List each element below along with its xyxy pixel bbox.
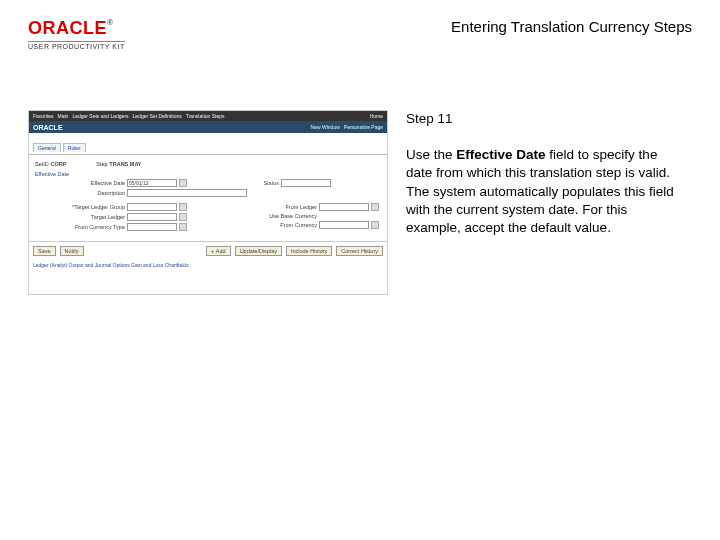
ss-brandbar: ORACLE New Window Personalize Page [29,121,387,133]
section-header: Effective Date [35,171,381,177]
app-screenshot: Favorites Main Ledger Sets and Ledgers L… [28,110,388,295]
from-ledger-input[interactable] [319,203,369,211]
setid-value: CORP [50,161,66,167]
ss-footer-links[interactable]: Ledger (Analyt) Output and Journal Optio… [29,260,387,270]
calendar-icon[interactable] [179,179,187,187]
target-group-label: *Target Ledger Group [55,204,125,210]
eff-date-label: Effective Date [55,180,125,186]
step-value: TRANS MAY [109,161,141,167]
lookup-icon[interactable] [179,203,187,211]
tab-rules[interactable]: Rules [63,143,86,152]
target-group-input[interactable] [127,203,177,211]
save-button[interactable]: Save [33,246,56,256]
lookup-icon[interactable] [371,221,379,229]
step-label: Step 11 [406,110,682,128]
instruction-bold: Effective Date [456,147,545,162]
home-link[interactable]: Home [370,113,383,119]
plus-icon: + [211,248,214,254]
nav-main[interactable]: Main [58,113,69,119]
nav-ledger-defs[interactable]: Ledger Set Definitions [133,113,182,119]
upk-label: USER PRODUCTIVITY KIT [28,41,125,50]
correct-history-button[interactable]: Correct History [336,246,383,256]
base-curr-label: Use Base Currency [247,213,317,219]
notify-button[interactable]: Notify [60,246,84,256]
from-curr-type-input[interactable] [127,223,177,231]
step-label: Step [96,161,107,167]
from-ledger-label: From Ledger [247,204,317,210]
eff-date-input[interactable]: 05/01/12 [127,179,177,187]
lookup-icon[interactable] [371,203,379,211]
personalize-link[interactable]: Personalize Page [344,124,383,130]
ss-topbar: Favorites Main Ledger Sets and Ledgers L… [29,111,387,121]
setid-label: SetID [35,161,49,167]
ss-oracle-brand: ORACLE [33,124,63,131]
ss-tabs: General Rules [29,141,387,155]
update-button[interactable]: Update/Display [235,246,282,256]
tab-general[interactable]: General [33,143,61,152]
trademark: ® [107,18,113,27]
nav-favorites[interactable]: Favorites [33,113,54,119]
page-title: Entering Translation Currency Steps [451,18,692,35]
desc-label: Description [55,190,125,196]
oracle-logo: ORACLE [28,18,107,38]
new-window-link[interactable]: New Window [311,124,340,130]
from-curr-type-label: From Currency Type [55,224,125,230]
lookup-icon[interactable] [179,223,187,231]
from-curr-label: From Currency [247,222,317,228]
ss-sublinks [29,133,387,141]
instruction-text: Use the Effective Date field to specify … [406,146,682,237]
desc-input[interactable] [127,189,247,197]
status-label: Status [209,180,279,186]
target-ledger-label: Target Ledger [55,214,125,220]
include-history-button[interactable]: Include History [286,246,332,256]
status-input[interactable] [281,179,331,187]
lookup-icon[interactable] [179,213,187,221]
nav-translation-steps[interactable]: Translation Steps [186,113,225,119]
add-button[interactable]: +Add [206,246,231,256]
logo-block: ORACLE® USER PRODUCTIVITY KIT [28,18,125,50]
target-ledger-input[interactable] [127,213,177,221]
from-curr-input[interactable] [319,221,369,229]
nav-ledger-sets[interactable]: Ledger Sets and Ledgers [72,113,128,119]
